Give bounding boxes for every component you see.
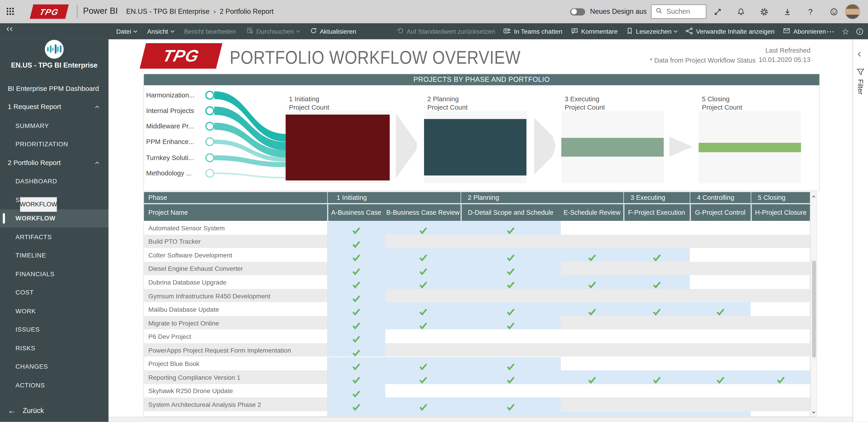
download-icon[interactable] (783, 7, 792, 16)
collapse-sidebar-icon[interactable] (7, 28, 13, 30)
sidebar-item-actions[interactable]: ACTIONS (0, 376, 108, 394)
breadcrumb-report[interactable]: 2 Portfolio Report (220, 7, 274, 15)
project-name-cell[interactable]: PowerApps Project Request Form Implement… (148, 343, 291, 357)
table-row[interactable]: Skyhawk R250 Drone Update (144, 384, 811, 398)
help-icon[interactable]: ? (806, 7, 815, 16)
search-box[interactable] (651, 4, 706, 19)
funnel-stage-bar[interactable] (424, 119, 526, 176)
feedback-icon[interactable] (829, 7, 838, 16)
sidebar-item-work[interactable]: WORK (0, 302, 108, 320)
table-row[interactable]: Automated Sensor System (144, 221, 811, 234)
table-row[interactable]: Project Blue Book (144, 357, 811, 370)
toolbar-refresh-button[interactable]: Aktualisieren (310, 27, 356, 35)
fullscreen-icon[interactable] (713, 7, 722, 16)
toolbar-file-button[interactable]: Datei (116, 28, 136, 35)
table-row[interactable]: Malibu Database Update (144, 302, 811, 316)
toolbar-subscribe-button[interactable]: Abonnieren (783, 27, 826, 35)
workspace-name[interactable]: EN.US - TPG BI Enterprise (0, 61, 108, 69)
sidebar-item-1-request-report[interactable]: 1 Request Report (0, 98, 108, 116)
table-row[interactable]: Gymsum Infrastructure R450 Development (144, 289, 811, 302)
funnel-category-label[interactable]: Middleware Pr... (146, 122, 208, 130)
tpg-brand-logo[interactable]: TPG (30, 4, 69, 19)
sidebar-item-summary[interactable]: SUMMARY (0, 116, 108, 135)
table-row[interactable]: System Architectureal Analysis Phase 2 (144, 398, 811, 411)
workflow-step-header[interactable]: F-Project Execution (623, 204, 690, 221)
table-row[interactable]: P6 Dev Project (144, 330, 811, 343)
workflow-step-header[interactable]: A-Business Case (327, 204, 385, 221)
workflow-step-header[interactable]: D-Detail Scope and Schedule (461, 204, 561, 221)
project-name-cell[interactable]: Build PTO Tracker (148, 234, 200, 248)
filter-funnel-icon[interactable] (857, 68, 865, 79)
matrix-scrollbar[interactable] (810, 191, 817, 417)
project-name-cell[interactable]: Project Blue Book (148, 357, 199, 370)
sidebar-item-workflow[interactable]: WORKFLOW (0, 209, 108, 228)
sidebar-item-artifacts[interactable]: ARTIFACTS (0, 228, 108, 246)
toolbar-more-icon[interactable]: ⋯ (826, 28, 835, 35)
table-row[interactable]: Reporting Compliance Version 1 (144, 370, 811, 384)
scroll-up-icon[interactable] (811, 192, 816, 200)
settings-icon[interactable] (760, 7, 768, 16)
waffle-menu-icon[interactable] (6, 8, 14, 16)
sidebar-item-bi-enterprise-ppm-dashboard[interactable]: BI Enterprise PPM Dashboard (0, 79, 108, 98)
project-name-cell[interactable]: P6 Dev Project (148, 330, 191, 343)
project-name-cell[interactable]: Gymsum Infrastructure R450 Development (148, 289, 270, 302)
workflow-matrix-visual[interactable]: Phase1 Initiating2 Planning3 Executing4 … (143, 191, 810, 417)
table-row[interactable]: Dubrina Database Upgrade (144, 275, 811, 289)
sidebar-item-timeline[interactable]: TIMELINE (0, 246, 108, 265)
funnel-stage-bar[interactable] (699, 143, 801, 152)
phase-group-header[interactable]: 3 Executing (623, 192, 690, 203)
table-row[interactable]: Colter Software Development (144, 248, 811, 262)
sidebar-item-changes[interactable]: CHANGES (0, 357, 108, 376)
project-name-cell[interactable]: Diesel Engine Exhaust Converter (148, 262, 243, 275)
project-name-cell[interactable]: Automated Sensor System (148, 221, 225, 234)
toolbar-info-icon[interactable] (856, 27, 864, 35)
table-row[interactable]: PowerApps Project Request Form Implement… (144, 343, 811, 357)
workflow-step-header[interactable]: H-Project Closure (751, 204, 810, 221)
sidebar-item-2-portfolio-report[interactable]: 2 Portfolio Report (0, 153, 108, 172)
scroll-down-icon[interactable] (811, 409, 816, 416)
project-name-header[interactable]: Project Name (144, 204, 327, 221)
table-row[interactable]: Build PTO Tracker (144, 234, 811, 248)
project-name-cell[interactable]: System Architectureal Analysis Phase 2 (148, 398, 261, 411)
sidebar-item-issues[interactable]: ISSUES (0, 320, 108, 339)
breadcrumb-workspace[interactable]: EN.US - TPG BI Enterprise (126, 7, 210, 15)
table-row[interactable]: Migrate to Project Online (144, 316, 811, 330)
phase-group-header[interactable]: 1 Initiating (327, 192, 460, 203)
toolbar-view-button[interactable]: Ansicht (147, 28, 174, 35)
new-design-toggle[interactable] (570, 8, 585, 16)
sidebar-item-dashboard[interactable]: DASHBOARD (0, 172, 108, 190)
project-name-cell[interactable]: Migrate to Project Online (148, 316, 219, 330)
workflow-step-header[interactable]: G-Project Control (690, 204, 750, 221)
phase-group-header[interactable]: 4 Controlling (690, 192, 750, 203)
workflow-step-header[interactable]: B-Business Case Review (385, 204, 460, 221)
funnel-category-label[interactable]: Turnkey Soluti... (146, 153, 208, 162)
search-input[interactable] (665, 7, 699, 16)
back-button[interactable]: ← Zurück (8, 406, 44, 415)
project-name-cell[interactable]: Colter Software Development (148, 248, 232, 262)
toolbar-related-content-button[interactable]: Verwandte Inhalte anzeigen (685, 27, 774, 36)
sidebar-item-cost[interactable]: COST (0, 283, 108, 302)
funnel-stage-bar[interactable] (561, 138, 664, 157)
horizontal-scroll-track[interactable] (108, 417, 852, 422)
funnel-visual[interactable]: PROJECTS BY PHASE AND PORTFOLIO Harmoniz… (143, 74, 820, 191)
project-name-cell[interactable]: Dubrina Database Upgrade (148, 275, 226, 289)
phase-group-header[interactable]: 2 Planning (461, 192, 623, 203)
table-row[interactable] (144, 411, 811, 417)
funnel-category-label[interactable]: PPM Enhance... (146, 137, 208, 146)
table-row[interactable]: Diesel Engine Exhaust Converter (144, 262, 811, 275)
filter-panel-label[interactable]: Filter (857, 79, 864, 94)
expand-filter-icon[interactable] (859, 48, 862, 58)
toolbar-teams-chat-button[interactable]: In Teams chatten (503, 27, 562, 36)
sidebar-item-risks[interactable]: RISKS (0, 339, 108, 357)
workspace-logo[interactable] (45, 39, 64, 58)
funnel-stage-bar[interactable] (286, 114, 390, 180)
toolbar-favorite-icon[interactable]: ☆ (842, 28, 849, 35)
toolbar-bookmarks-button[interactable]: Lesezeichen (626, 27, 677, 36)
funnel-category-label[interactable]: Harmonization... (146, 90, 208, 99)
toolbar-comments-button[interactable]: Kommentare (570, 27, 618, 36)
notifications-icon[interactable] (736, 7, 745, 16)
project-name-cell[interactable]: Reporting Compliance Version 1 (148, 370, 240, 384)
user-avatar[interactable] (845, 4, 860, 20)
project-name-cell[interactable]: Skyhawk R250 Drone Update (148, 384, 233, 398)
funnel-category-label[interactable]: Methodology ... (146, 169, 208, 177)
